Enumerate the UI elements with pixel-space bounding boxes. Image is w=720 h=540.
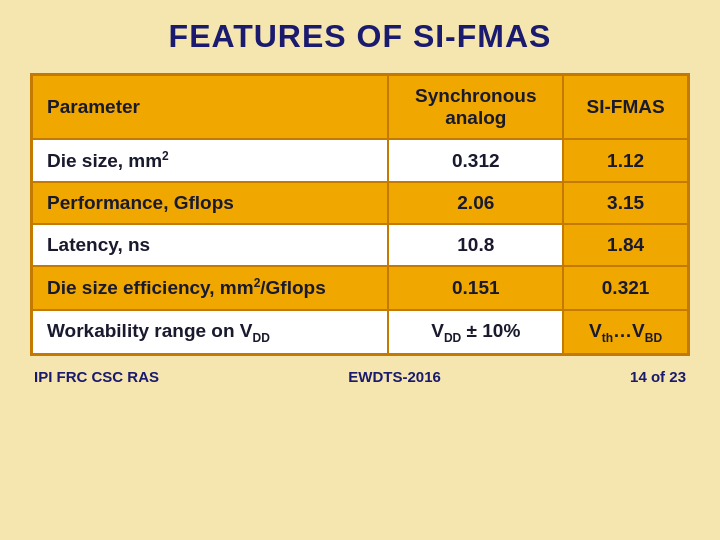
table-header-row: Parameter Synchronousanalog SI-FMAS bbox=[32, 75, 689, 140]
val-performance-sync: 2.06 bbox=[388, 182, 563, 224]
val-efficiency-fmas: 0.321 bbox=[563, 266, 688, 309]
page-title: FEATURES OF SI-FMAS bbox=[169, 18, 552, 55]
param-die-size: Die size, mm2 bbox=[32, 139, 389, 182]
val-performance-fmas: 3.15 bbox=[563, 182, 688, 224]
footer-center: EWDTS-2016 bbox=[348, 368, 441, 385]
footer-left: IPI FRC CSC RAS bbox=[34, 368, 159, 385]
header-sync-analog: Synchronousanalog bbox=[388, 75, 563, 140]
table-row: Workability range on VDD VDD ± 10% Vth…V… bbox=[32, 310, 689, 355]
param-latency: Latency, ns bbox=[32, 224, 389, 266]
param-workability: Workability range on VDD bbox=[32, 310, 389, 355]
val-die-size-fmas: 1.12 bbox=[563, 139, 688, 182]
table-row: Die size efficiency, mm2/Gflops 0.151 0.… bbox=[32, 266, 689, 309]
header-si-fmas: SI-FMAS bbox=[563, 75, 688, 140]
val-workability-fmas: Vth…VBD bbox=[563, 310, 688, 355]
table-row: Performance, Gflops 2.06 3.15 bbox=[32, 182, 689, 224]
param-efficiency: Die size efficiency, mm2/Gflops bbox=[32, 266, 389, 309]
val-workability-sync: VDD ± 10% bbox=[388, 310, 563, 355]
footer: IPI FRC CSC RAS EWDTS-2016 14 of 23 bbox=[30, 368, 690, 385]
footer-right: 14 of 23 bbox=[630, 368, 686, 385]
page-wrapper: FEATURES OF SI-FMAS Parameter Synchronou… bbox=[0, 0, 720, 540]
val-efficiency-sync: 0.151 bbox=[388, 266, 563, 309]
val-die-size-sync: 0.312 bbox=[388, 139, 563, 182]
header-parameter: Parameter bbox=[32, 75, 389, 140]
val-latency-fmas: 1.84 bbox=[563, 224, 688, 266]
table-row: Die size, mm2 0.312 1.12 bbox=[32, 139, 689, 182]
val-latency-sync: 10.8 bbox=[388, 224, 563, 266]
param-performance: Performance, Gflops bbox=[32, 182, 389, 224]
features-table: Parameter Synchronousanalog SI-FMAS Die … bbox=[30, 73, 690, 356]
table-row: Latency, ns 10.8 1.84 bbox=[32, 224, 689, 266]
